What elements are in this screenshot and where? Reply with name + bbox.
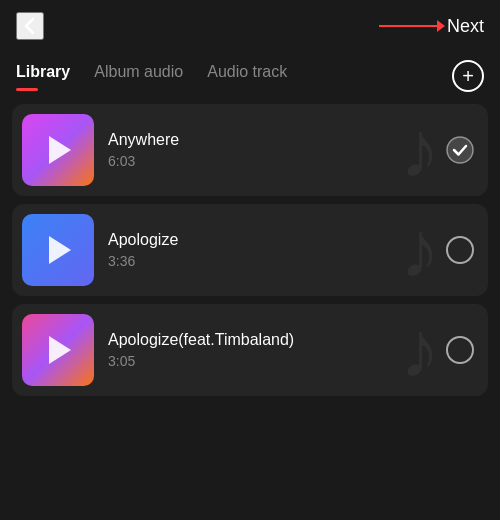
list-item[interactable]: Anywhere 6:03 [12, 104, 488, 196]
list-item[interactable]: Apologize 3:36 [12, 204, 488, 296]
play-icon [49, 336, 71, 364]
track-thumbnail [22, 214, 94, 286]
track-duration: 3:36 [108, 253, 432, 269]
select-indicator [446, 136, 474, 164]
track-duration: 6:03 [108, 153, 432, 169]
track-thumbnail [22, 314, 94, 386]
arrow-indicator [379, 25, 439, 27]
header: Next [0, 0, 500, 52]
track-list: Anywhere 6:03 Apologize 3:36 Apologize(f… [0, 92, 500, 408]
play-icon [49, 236, 71, 264]
tab-audio-track[interactable]: Audio track [207, 63, 287, 89]
track-duration: 3:05 [108, 353, 432, 369]
track-name: Apologize(feat.Timbaland) [108, 331, 432, 349]
check-icon [446, 136, 474, 164]
track-info: Anywhere 6:03 [108, 131, 432, 169]
header-right: Next [379, 16, 484, 37]
tab-library[interactable]: Library [16, 63, 70, 89]
track-thumbnail [22, 114, 94, 186]
track-info: Apologize 3:36 [108, 231, 432, 269]
select-indicator [446, 236, 474, 264]
list-item[interactable]: Apologize(feat.Timbaland) 3:05 [12, 304, 488, 396]
track-info: Apologize(feat.Timbaland) 3:05 [108, 331, 432, 369]
select-indicator [446, 336, 474, 364]
svg-point-1 [447, 137, 473, 163]
back-button[interactable] [16, 12, 44, 40]
play-icon [49, 136, 71, 164]
track-name: Apologize [108, 231, 432, 249]
tab-album-audio[interactable]: Album audio [94, 63, 183, 89]
plus-icon: + [462, 66, 474, 86]
track-name: Anywhere [108, 131, 432, 149]
add-button[interactable]: + [452, 60, 484, 92]
next-button[interactable]: Next [447, 16, 484, 37]
tab-bar: Library Album audio Audio track + [0, 52, 500, 92]
